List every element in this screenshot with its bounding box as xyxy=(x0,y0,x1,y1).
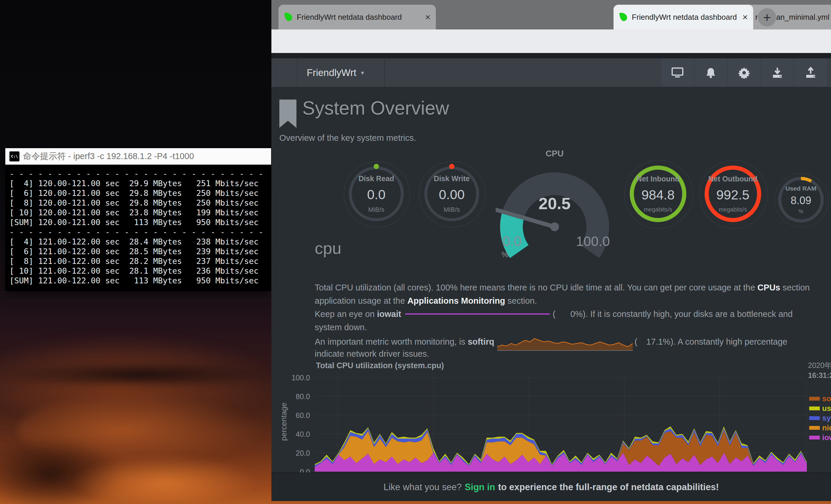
applications-monitoring-link[interactable]: Applications Monitoring xyxy=(407,296,505,305)
gauge-label: Net Inbound xyxy=(636,175,680,183)
browser-tabstrip: FriendlyWrt netdata dashboard × Update r… xyxy=(271,0,831,29)
cpu-gauge-label: CPU xyxy=(496,149,613,158)
export-button[interactable] xyxy=(795,59,827,87)
help-text: A constantly high percentage xyxy=(676,337,787,347)
chart-date: 2020年3 xyxy=(808,360,831,370)
terminal-line: [SUM] 121.00-122.00 sec 113 MBytes 950 M… xyxy=(9,276,271,286)
cpus-link[interactable]: CPUs xyxy=(757,283,780,292)
legend-swatch xyxy=(809,407,820,410)
chart-title: Total CPU utilization (system.cpu) xyxy=(316,361,444,370)
legend-swatch xyxy=(809,436,820,440)
signin-link[interactable]: Sign in xyxy=(465,482,495,493)
terminal-line: - - - - - - - - - - - - - - - - - - - - … xyxy=(9,227,271,237)
terminal-titlebar[interactable]: C:\ 命令提示符 - iperf3 -c 192.168.1.2 -P4 -t… xyxy=(5,148,271,165)
cpu-utilization-chart[interactable] xyxy=(315,377,807,472)
desktop: C:\ 命令提示符 - iperf3 -c 192.168.1.2 -P4 -t… xyxy=(0,0,831,504)
svg-text:100.0: 100.0 xyxy=(576,234,610,249)
upload-icon xyxy=(804,66,817,79)
close-icon[interactable]: × xyxy=(742,12,748,22)
import-button[interactable] xyxy=(761,59,794,87)
chart-time: 16:31:2 xyxy=(808,371,831,380)
help-text: An important metric worth monitoring, is xyxy=(315,337,468,347)
browser-tab-3-active[interactable]: FriendlyWrt netdata dashboard × xyxy=(613,5,753,29)
y-tick: 80.0 xyxy=(282,392,310,401)
gauge-value: 0.0 xyxy=(367,187,386,202)
legend-item-system[interactable]: system xyxy=(809,414,831,422)
terminal-line: [ 4] 121.00-122.00 sec 28.4 MBytes 238 M… xyxy=(9,237,271,246)
browser-tab-1[interactable]: FriendlyWrt netdata dashboard × xyxy=(279,5,436,29)
y-tick: 40.0 xyxy=(282,430,310,439)
svg-text:%: % xyxy=(502,250,508,259)
terminal-line: - - - - - - - - - - - - - - - - - - - - … xyxy=(9,169,271,178)
gauge-label: Net Outbound xyxy=(709,175,757,183)
netdata-favicon-icon xyxy=(619,12,628,22)
gauge-unit: megabits/s xyxy=(644,206,672,213)
signin-text: to experience the full-range of netdata … xyxy=(498,482,719,493)
settings-button[interactable] xyxy=(728,59,760,87)
legend-label: user xyxy=(822,404,831,413)
softirq-value: 17.1%). xyxy=(637,337,676,347)
y-tick: 100.0 xyxy=(282,374,310,382)
terminal-line: [ 4] 120.00-121.00 sec 29.9 MBytes 251 M… xyxy=(9,178,271,188)
netdata-navbar: FriendlyWrt ▾ xyxy=(271,58,831,87)
gauge-label: Disk Read xyxy=(359,174,394,183)
browser-toolbar: 不安全 192.168.2.1:19999/#menu_system_subme… xyxy=(271,29,831,53)
bell-icon xyxy=(705,67,716,79)
gauge-value: 992.5 xyxy=(716,187,750,203)
legend-label: system xyxy=(822,414,831,423)
close-icon[interactable]: × xyxy=(425,12,431,22)
cpu-help-line-5: An important metric worth monitoring, is… xyxy=(315,336,787,349)
monitor-icon xyxy=(671,67,684,79)
cpu-help-line-4: system down. xyxy=(315,323,367,332)
netdata-favicon-icon xyxy=(284,12,293,22)
section-heading-cpu: cpu xyxy=(315,239,341,258)
gauge-unit: megabits/s xyxy=(719,206,747,213)
terminal-line: [ 10] 121.00-122.00 sec 28.1 MBytes 236 … xyxy=(9,266,271,276)
page-subtitle: Overview of the key system metrics. xyxy=(279,133,416,143)
new-tab-button[interactable]: + xyxy=(758,8,776,27)
legend-label: iowait xyxy=(822,433,831,442)
y-tick: 60.0 xyxy=(282,411,310,420)
legend-swatch xyxy=(809,416,820,420)
help-text: Total CPU utilization (all cores). 100% … xyxy=(315,283,757,292)
cpu-help-line-3: Keep an eye on iowait(0%). If it is cons… xyxy=(315,309,793,319)
disk-read-text: Disk Read 0.0 MiB/s xyxy=(349,167,404,221)
cmd-icon: C:\ xyxy=(9,151,20,161)
terminal-window[interactable]: C:\ 命令提示符 - iperf3 -c 192.168.1.2 -P4 -t… xyxy=(5,148,271,291)
svg-text:0.0: 0.0 xyxy=(503,234,521,249)
host-name: FriendlyWrt xyxy=(307,67,356,78)
help-text: ( xyxy=(634,337,637,347)
cpu-gauge[interactable]: 20.50.0100.0% xyxy=(496,157,613,259)
terminal-line: [ 6] 120.00-121.00 sec 29.8 MBytes 250 M… xyxy=(9,188,271,198)
cloud-dark-band xyxy=(0,361,277,389)
legend-item-softirq[interactable]: softirq xyxy=(809,394,831,403)
iowait-value: 0%). xyxy=(555,309,588,319)
legend-swatch xyxy=(809,397,820,401)
page-title: System Overview xyxy=(302,97,449,119)
gauge-unit: MiB/s xyxy=(368,206,384,213)
help-text: application usage at the xyxy=(315,296,407,305)
navbar-actions xyxy=(661,59,827,87)
help-text: ( xyxy=(552,309,555,319)
legend-item-user[interactable]: user xyxy=(809,404,831,413)
legend-item-nice[interactable]: nice xyxy=(809,423,831,432)
cloud-bright xyxy=(71,455,259,502)
legend-label: softirq xyxy=(822,394,831,403)
terminal-line: [ 8] 120.00-121.00 sec 29.8 MBytes 250 M… xyxy=(9,198,271,208)
terminal-output[interactable]: - - - - - - - - - - - - - - - - - - - - … xyxy=(5,165,271,291)
disk-write-text: Disk Write 0.00 MiB/s xyxy=(424,167,479,221)
cpu-help-line-6: indicate network driver issues. xyxy=(315,349,429,359)
host-dropdown[interactable]: FriendlyWrt ▾ xyxy=(307,58,364,87)
legend-item-iowait[interactable]: iowait xyxy=(809,433,831,442)
cpu-help-line-1: Total CPU utilization (all cores). 100% … xyxy=(315,283,810,293)
used-ram-text: Used RAM 8.09 % xyxy=(776,175,826,225)
gauge-value: 0.00 xyxy=(439,187,465,202)
nav-divider xyxy=(297,58,297,87)
alarms-button[interactable] xyxy=(694,59,727,87)
help-text: If it is constantly high, your disks are… xyxy=(588,309,793,319)
download-icon xyxy=(771,66,783,79)
gear-icon xyxy=(738,66,750,79)
gauge-label: Used RAM xyxy=(785,185,816,192)
net-inbound-text: Net Inbound 984.8 megabits/s xyxy=(630,166,686,222)
nodes-view-button[interactable] xyxy=(661,59,694,87)
